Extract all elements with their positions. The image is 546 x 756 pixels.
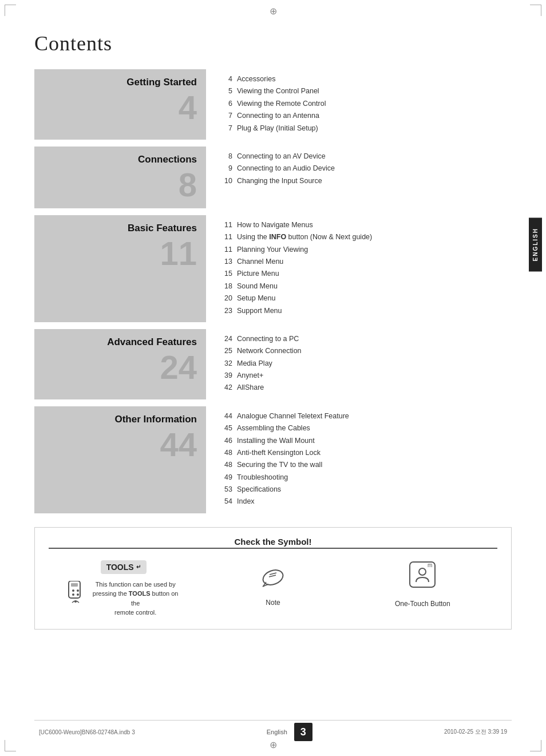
svg-text:m: m xyxy=(428,562,432,568)
toc-section-0: Getting Started44Accessories5Viewing the… xyxy=(34,69,512,140)
tools-suffix: ↵ xyxy=(136,564,141,570)
bottom-lang: English xyxy=(267,729,287,735)
toc-entry-page: 11 xyxy=(220,244,232,255)
symbol-row: TOOLS ↵ xyxy=(49,560,497,618)
tools-remote-icon xyxy=(66,581,85,609)
toc-entry-desc: Anti-theft Kensington Lock xyxy=(237,448,321,458)
toc-entry-desc: Sound Menu xyxy=(237,281,278,292)
toc-entry: 25Network Connection xyxy=(220,346,512,357)
svg-point-6 xyxy=(74,600,77,603)
section-title-2: Basic Features xyxy=(128,222,197,235)
symbol-item-tools: TOOLS ↵ xyxy=(66,560,181,618)
toc-entry-desc: Viewing the Control Panel xyxy=(237,86,319,97)
toc-entry-page: 13 xyxy=(220,256,232,267)
section-number-1: 8 xyxy=(179,168,197,201)
toc-left-4: Other Information44 xyxy=(34,406,206,513)
toc-entry-desc: Network Connection xyxy=(237,346,302,357)
toc-entry: 48Securing the TV to the wall xyxy=(220,460,512,470)
toc-entry: 5Viewing the Control Panel xyxy=(220,86,512,97)
toc-entry-page: 54 xyxy=(220,496,232,507)
toc-entry-desc: Using the INFO button (Now & Next guide) xyxy=(237,232,372,243)
symbol-item-onetouch: m One-Touch Button xyxy=(365,560,480,608)
toc-entry-desc: Connecting to a PC xyxy=(237,334,299,345)
toc-right-4: 44Analogue Channel Teletext Feature45Ass… xyxy=(206,406,512,513)
toc-section-1: Connections88Connecting to an AV Device9… xyxy=(34,147,512,208)
toc-entry-desc: Assembling the Cables xyxy=(237,423,310,434)
toc-section-4: Other Information4444Analogue Channel Te… xyxy=(34,406,512,513)
bottom-num: 3 xyxy=(294,723,312,741)
toc-entry: 23Support Menu xyxy=(220,306,512,316)
toc-entry: 15Picture Menu xyxy=(220,268,512,279)
english-tab: ENGLISH xyxy=(529,217,542,271)
svg-point-4 xyxy=(72,593,74,596)
svg-point-3 xyxy=(77,589,79,592)
section-number-4: 44 xyxy=(160,428,197,461)
tools-desc: This function can be used bypressing the… xyxy=(90,580,181,618)
toc-entry-page: 7 xyxy=(220,123,232,134)
section-title-1: Connections xyxy=(138,153,197,166)
svg-line-9 xyxy=(269,575,276,577)
toc-left-3: Advanced Features24 xyxy=(34,329,206,399)
toc-entry-page: 44 xyxy=(220,411,232,422)
toc-entry-page: 48 xyxy=(220,460,232,470)
toc-entry: 24Connecting to a PC xyxy=(220,334,512,345)
section-number-2: 11 xyxy=(160,237,197,270)
toc-entry: 45Assembling the Cables xyxy=(220,423,512,434)
toc-entry-desc: Channel Menu xyxy=(237,256,283,267)
svg-point-2 xyxy=(72,589,74,592)
toc-entry-page: 39 xyxy=(220,370,232,381)
toc-entry-page: 7 xyxy=(220,110,232,121)
toc-entry-page: 46 xyxy=(220,436,232,446)
toc-entry: 42AllShare xyxy=(220,382,512,393)
toc-entry: 11Planning Your Viewing xyxy=(220,244,512,255)
toc-right-0: 4Accessories5Viewing the Control Panel6V… xyxy=(206,69,512,140)
toc-entry: 44Analogue Channel Teletext Feature xyxy=(220,411,512,422)
toc-left-0: Getting Started4 xyxy=(34,69,206,140)
toc-left-2: Basic Features11 xyxy=(34,215,206,322)
tools-sub: This function can be used bypressing the… xyxy=(66,580,181,618)
toc-entry-page: 53 xyxy=(220,484,232,495)
toc-entry: 54Index xyxy=(220,496,512,507)
toc-entry-page: 8 xyxy=(220,151,232,162)
toc-entry-desc: Setup Menu xyxy=(237,293,275,304)
toc-left-1: Connections8 xyxy=(34,147,206,208)
section-title-0: Getting Started xyxy=(126,76,197,89)
toc-entry-desc: Specifications xyxy=(237,484,281,495)
toc-entry-desc: Connecting to an Antenna xyxy=(237,110,319,121)
toc-entry-page: 24 xyxy=(220,334,232,345)
toc-section-3: Advanced Features2424Connecting to a PC2… xyxy=(34,329,512,399)
toc-entry: 6Viewing the Remote Control xyxy=(220,98,512,109)
toc-entry-page: 48 xyxy=(220,448,232,458)
toc-entry: 7Plug & Play (Initial Setup) xyxy=(220,123,512,134)
onetouch-icon: m xyxy=(408,560,437,594)
toc-entry-page: 4 xyxy=(220,74,232,85)
toc-entry: 9Connecting to an Audio Device xyxy=(220,163,512,174)
toc-entry-desc: Analogue Channel Teletext Feature xyxy=(237,411,349,422)
section-title-3: Advanced Features xyxy=(107,336,197,349)
section-title-4: Other Information xyxy=(114,413,197,426)
toc-entry-desc: Media Play xyxy=(237,358,272,369)
section-number-3: 24 xyxy=(160,351,197,384)
toc-right-2: 11How to Navigate Menus11Using the INFO … xyxy=(206,215,512,322)
toc-entry-desc: Connecting to an Audio Device xyxy=(237,163,335,174)
toc-entry-page: 23 xyxy=(220,306,232,316)
toc-entry: 11Using the INFO button (Now & Next guid… xyxy=(220,232,512,243)
section-number-0: 4 xyxy=(179,91,197,124)
toc-entry-desc: Viewing the Remote Control xyxy=(237,98,326,109)
toc-entry-desc: Index xyxy=(237,496,255,507)
toc-entry-page: 15 xyxy=(220,268,232,279)
toc-entry: 32Media Play xyxy=(220,358,512,369)
toc-section-2: Basic Features1111How to Navigate Menus1… xyxy=(34,215,512,322)
bottom-bar: [UC6000-Weuro]BN68-02748A.indb 3 English… xyxy=(34,720,512,743)
toc-entry-page: 25 xyxy=(220,346,232,357)
toc-entry-desc: Troubleshooting xyxy=(237,472,288,483)
svg-point-11 xyxy=(419,568,426,575)
symbol-box-title: Check the Symbol! xyxy=(49,537,497,549)
toc-entry: 46Installing the Wall Mount xyxy=(220,436,512,446)
toc-entry: 20Setup Menu xyxy=(220,293,512,304)
onetouch-label: One-Touch Button xyxy=(395,600,450,608)
symbol-box: Check the Symbol! TOOLS ↵ xyxy=(34,527,512,630)
tools-badge: TOOLS ↵ xyxy=(101,560,147,574)
toc-entry-page: 45 xyxy=(220,423,232,434)
toc-entry-desc: Support Menu xyxy=(237,306,282,316)
